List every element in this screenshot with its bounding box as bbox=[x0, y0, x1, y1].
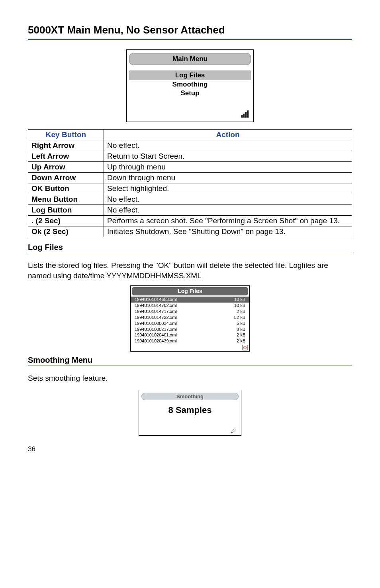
log-size: 5 kB bbox=[237, 321, 245, 326]
signal-icon bbox=[241, 110, 249, 118]
log-row: 19940101014722.xml 52 kB bbox=[131, 315, 249, 321]
log-row: 19940101000034.xml 5 kB bbox=[131, 321, 249, 326]
main-menu-device: Main Menu Log Files Smoothing Setup bbox=[126, 49, 254, 122]
table-row: Right Arrow No effect. bbox=[28, 140, 352, 151]
log-size: 10 kB bbox=[234, 303, 245, 309]
log-size: 2 kB bbox=[237, 309, 245, 315]
smoothing-device: Smoothing 8 Samples bbox=[139, 390, 241, 436]
table-row: Menu Button No effect. bbox=[28, 194, 352, 205]
key-cell: . (2 Sec) bbox=[28, 216, 104, 226]
smoothing-value: 8 Samples bbox=[141, 403, 239, 425]
log-files-heading: Log Files bbox=[28, 243, 352, 252]
action-cell: No effect. bbox=[104, 140, 352, 151]
key-cell: Right Arrow bbox=[28, 140, 104, 151]
log-row: 19940101000217.xml 8 kB bbox=[131, 326, 249, 332]
log-size: 52 kB bbox=[234, 315, 245, 321]
log-files-rule bbox=[28, 253, 352, 253]
action-cell: No effect. bbox=[104, 194, 352, 205]
log-name: 19940101014717.xml bbox=[135, 309, 177, 315]
log-name: 19940101020439.xml bbox=[135, 338, 177, 344]
smoothing-heading: Smoothing Menu bbox=[28, 356, 352, 365]
key-cell: Ok (2 Sec) bbox=[28, 226, 104, 237]
log-name: 19940101020401.xml bbox=[135, 332, 177, 338]
key-action-table: Key Button Action Right Arrow No effect.… bbox=[28, 129, 352, 237]
log-row: 19940101014702.xml 10 kB bbox=[131, 303, 249, 309]
key-cell: Up Arrow bbox=[28, 162, 104, 173]
edit-icon bbox=[231, 428, 236, 434]
log-name: 19940101014702.xml bbox=[135, 303, 177, 309]
log-row: 19940101020439.xml 2 kB bbox=[131, 338, 249, 344]
storage-icon bbox=[242, 345, 248, 350]
table-header-key: Key Button bbox=[28, 130, 104, 140]
log-files-body: Lists the stored log files. Pressing the… bbox=[28, 260, 352, 281]
action-cell: Return to Start Screen. bbox=[104, 151, 352, 162]
main-menu-header: Main Menu bbox=[129, 53, 251, 65]
page-title: 5000XT Main Menu, No Sensor Attached bbox=[28, 24, 352, 36]
log-size: 2 kB bbox=[237, 338, 245, 344]
log-row: 19940101014717.xml 2 kB bbox=[131, 309, 249, 315]
table-row: OK Button Select highlighted. bbox=[28, 183, 352, 194]
table-row: Up Arrow Up through menu bbox=[28, 162, 352, 173]
table-row: . (2 Sec) Performs a screen shot. See "P… bbox=[28, 216, 352, 226]
log-files-device-header: Log Files bbox=[132, 287, 248, 295]
smoothing-device-header: Smoothing bbox=[141, 393, 239, 400]
log-name: 19940101000034.xml bbox=[135, 321, 177, 326]
log-row: 19940101014653.xml 10 kB bbox=[131, 297, 249, 303]
key-cell: Down Arrow bbox=[28, 173, 104, 183]
action-cell: Down through menu bbox=[104, 173, 352, 183]
table-header-action: Action bbox=[104, 130, 352, 140]
key-cell: Left Arrow bbox=[28, 151, 104, 162]
log-size: 10 kB bbox=[234, 297, 245, 303]
key-cell: Menu Button bbox=[28, 194, 104, 205]
table-row: Ok (2 Sec) Initiates Shutdown. See "Shut… bbox=[28, 226, 352, 237]
page-number: 36 bbox=[28, 445, 352, 453]
action-cell: Initiates Shutdown. See "Shutting Down" … bbox=[104, 226, 352, 237]
action-cell: Up through menu bbox=[104, 162, 352, 173]
log-size: 2 kB bbox=[237, 332, 245, 338]
action-cell: Select highlighted. bbox=[104, 183, 352, 194]
key-cell: OK Button bbox=[28, 183, 104, 194]
log-name: 19940101014653.xml bbox=[135, 297, 177, 303]
table-row: Log Button No effect. bbox=[28, 205, 352, 216]
log-files-device: Log Files 19940101014653.xml 10 kB 19940… bbox=[130, 285, 250, 352]
table-row: Down Arrow Down through menu bbox=[28, 173, 352, 183]
table-row: Left Arrow Return to Start Screen. bbox=[28, 151, 352, 162]
title-rule bbox=[28, 39, 352, 40]
main-menu-item-setup: Setup bbox=[129, 89, 251, 98]
smoothing-rule bbox=[28, 366, 352, 366]
main-menu-item-smoothing: Smoothing bbox=[129, 80, 251, 89]
action-cell: Performs a screen shot. See "Performing … bbox=[104, 216, 352, 226]
main-menu-item-log-files: Log Files bbox=[129, 71, 251, 80]
log-name: 19940101000217.xml bbox=[135, 326, 177, 332]
log-row: 19940101020401.xml 2 kB bbox=[131, 332, 249, 338]
log-name: 19940101014722.xml bbox=[135, 315, 177, 321]
action-cell: No effect. bbox=[104, 205, 352, 216]
smoothing-body: Sets smoothing feature. bbox=[28, 373, 352, 383]
key-cell: Log Button bbox=[28, 205, 104, 216]
log-size: 8 kB bbox=[237, 326, 245, 332]
